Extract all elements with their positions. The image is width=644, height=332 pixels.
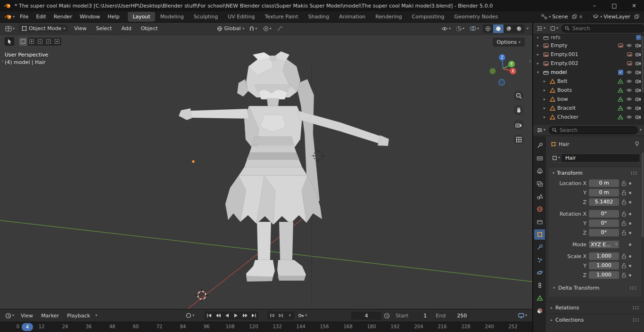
scene-selector[interactable]: ▾ Scene xyxy=(539,13,570,21)
outliner-row-model[interactable]: ▾ model ✓ xyxy=(533,68,644,77)
properties-search-input[interactable] xyxy=(559,127,635,134)
transform-panel-header[interactable]: ▾ Transform xyxy=(549,168,641,178)
workspace-tab-layout[interactable]: Layout xyxy=(128,12,155,22)
tab-world[interactable] xyxy=(534,204,545,214)
menu-help[interactable]: Help xyxy=(104,12,123,21)
viewport-canvas[interactable] xyxy=(0,35,532,309)
disable-render-camera-icon[interactable] xyxy=(635,79,641,83)
new-viewlayer-icon[interactable] xyxy=(634,14,639,19)
outliner-row-chocker[interactable]: ▸ Chocker xyxy=(533,113,644,121)
timeline-menu-playback[interactable]: Playback xyxy=(64,311,93,320)
lock-icon[interactable] xyxy=(621,199,627,205)
hide-eye-icon[interactable] xyxy=(626,88,632,92)
expand-arrow-icon[interactable]: ▸ xyxy=(544,115,548,119)
workspace-tab-shading[interactable]: Shading xyxy=(304,12,334,22)
tab-scene[interactable] xyxy=(534,191,545,202)
expand-arrow-icon[interactable]: ▸ xyxy=(544,106,548,110)
tab-render[interactable] xyxy=(534,153,545,163)
outliner-row-bracelt[interactable]: ▸ Bracelt xyxy=(533,104,644,113)
menu-edit[interactable]: Edit xyxy=(32,12,50,21)
rotation-y-field[interactable]: 0° xyxy=(589,219,619,227)
animate-dot[interactable] xyxy=(629,182,631,185)
scale-z-field[interactable]: 1.000 xyxy=(589,271,619,279)
jump-to-start-button[interactable] xyxy=(205,311,214,320)
frame-start-field[interactable]: Start 1 xyxy=(392,312,430,320)
animate-dot[interactable] xyxy=(629,274,631,276)
workspace-tab-geometry-nodes[interactable]: Geometry Nodes xyxy=(449,12,503,22)
hide-eye-icon[interactable] xyxy=(626,43,632,48)
outliner-item-label[interactable]: model xyxy=(551,69,567,75)
tab-material[interactable] xyxy=(534,306,545,316)
panel-grip-handle[interactable] xyxy=(632,318,639,322)
tab-object-data[interactable] xyxy=(534,293,545,303)
viewport-menu-view[interactable]: View xyxy=(71,24,90,33)
location-y-field[interactable]: 0 m xyxy=(589,189,619,196)
image-data-icon[interactable] xyxy=(618,43,623,48)
hide-eye-icon[interactable] xyxy=(626,70,632,74)
current-frame-field[interactable]: 4 xyxy=(351,312,381,320)
frame-step-chevron[interactable]: ▾ xyxy=(285,311,294,320)
frame-end-field[interactable]: End 250 xyxy=(432,312,470,320)
outliner-item-label[interactable]: bow xyxy=(557,96,568,102)
lock-icon[interactable] xyxy=(621,263,627,268)
location-z-field[interactable]: 5.1402 xyxy=(589,198,619,206)
gizmos-toggle[interactable]: ▾ xyxy=(454,25,466,32)
mesh-data-icon[interactable] xyxy=(618,105,623,111)
disable-render-camera-icon[interactable] xyxy=(635,88,641,92)
overlays-toggle[interactable]: ▾ xyxy=(468,25,480,32)
character-model[interactable] xyxy=(179,51,389,282)
mesh-data-icon[interactable] xyxy=(618,79,623,84)
options-button[interactable]: Options ▾ xyxy=(493,38,525,47)
object-name-field[interactable]: ▾ xyxy=(550,154,640,162)
outliner-item-label[interactable]: Chocker xyxy=(557,114,578,120)
tab-collection[interactable] xyxy=(534,217,545,227)
image-data-icon[interactable] xyxy=(627,52,632,57)
shading-material-button[interactable] xyxy=(504,24,514,33)
blender-menu-button[interactable]: ▾ xyxy=(3,13,16,20)
scale-x-field[interactable]: 1.000 xyxy=(589,252,619,260)
outliner-item-label[interactable]: Bracelt xyxy=(557,105,576,111)
rotation-mode-select[interactable]: XYZ E... ▾ xyxy=(589,241,619,248)
zoom-button[interactable] xyxy=(513,90,524,101)
disable-render-camera-icon[interactable] xyxy=(635,106,641,110)
toolbar-toggle-arrow[interactable]: ‹ xyxy=(1,58,3,64)
animate-dot[interactable] xyxy=(629,192,631,194)
workspace-tab-sculpting[interactable]: Sculpting xyxy=(189,12,223,22)
hide-eye-icon[interactable] xyxy=(626,115,632,119)
outliner-row-empty[interactable]: ▸ Empty xyxy=(533,41,644,50)
outliner-item-label[interactable]: refs xyxy=(551,34,561,40)
animate-dot[interactable] xyxy=(629,201,631,203)
pan-button[interactable] xyxy=(513,105,524,115)
outliner-row-boots[interactable]: ▸ Boots xyxy=(533,86,644,95)
tab-tool[interactable] xyxy=(534,140,545,151)
prev-keyframe-button[interactable] xyxy=(214,311,223,320)
unlink-scene-icon[interactable]: × xyxy=(579,14,583,19)
outliner-row-empty-001[interactable]: ▸ Empty.001 xyxy=(533,50,644,59)
shading-rendered-button[interactable] xyxy=(514,24,524,33)
outliner-row-refs[interactable]: ▸ refs ✓ xyxy=(533,34,644,41)
viewport-menu-object[interactable]: Object xyxy=(138,24,161,33)
current-frame-indicator[interactable]: 4 xyxy=(22,323,33,331)
proportional-falloff-button[interactable] xyxy=(276,25,284,32)
sidebar-toggle-arrow[interactable]: ‹ xyxy=(529,58,531,64)
image-data-icon[interactable] xyxy=(627,61,632,65)
play-button[interactable] xyxy=(231,311,240,320)
select-mode-invert-button[interactable] xyxy=(44,38,53,46)
disable-render-camera-icon[interactable] xyxy=(635,115,641,119)
rotation-z-field[interactable]: 0° xyxy=(589,229,619,236)
mesh-data-icon[interactable] xyxy=(618,88,623,93)
expand-arrow-icon[interactable]: ▸ xyxy=(544,88,548,92)
camera-view-button[interactable] xyxy=(513,120,524,130)
panel-grip-handle[interactable] xyxy=(630,171,637,175)
disable-render-camera-icon[interactable] xyxy=(635,43,641,48)
section-relations[interactable]: ▸ Relations xyxy=(546,301,644,314)
animate-dot[interactable] xyxy=(629,222,631,225)
expand-arrow-icon[interactable]: ▸ xyxy=(537,35,541,40)
collection-checkbox[interactable]: ✓ xyxy=(636,35,641,40)
active-tool-button[interactable] xyxy=(5,37,14,46)
timeline-editor-type-button[interactable]: ▾ xyxy=(4,312,16,320)
properties-options-chevron[interactable]: ▾ xyxy=(640,128,642,132)
disable-render-camera-icon[interactable] xyxy=(635,97,641,101)
lock-icon[interactable] xyxy=(621,253,627,259)
select-mode-intersect-button[interactable] xyxy=(53,38,61,46)
